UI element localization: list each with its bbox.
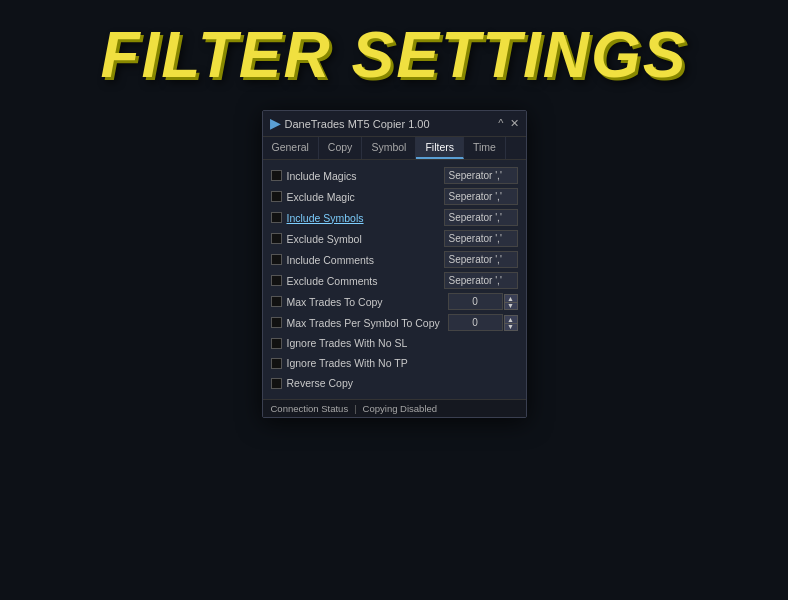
spinner-down-max-per-symbol[interactable]: ▼ — [504, 323, 518, 331]
tab-symbol[interactable]: Symbol — [362, 137, 416, 159]
input-include-symbols[interactable] — [444, 209, 518, 226]
input-max-trades-per-symbol[interactable] — [448, 314, 503, 331]
filter-row-exclude-magic: Exclude Magic — [271, 186, 518, 207]
label-include-symbols: Include Symbols — [287, 212, 364, 224]
checkbox-no-tp[interactable] — [271, 358, 282, 369]
checkbox-exclude-symbol[interactable] — [271, 233, 282, 244]
input-include-magics[interactable] — [444, 167, 518, 184]
filter-row-max-trades-per-symbol: Max Trades Per Symbol To Copy ▲ ▼ — [271, 312, 518, 333]
label-exclude-comments: Exclude Comments — [287, 275, 378, 287]
spinner-up-max-per-symbol[interactable]: ▲ — [504, 315, 518, 323]
label-no-sl: Ignore Trades With No SL — [287, 337, 408, 349]
nav-tabs: General Copy Symbol Filters Time — [263, 137, 526, 160]
label-no-tp: Ignore Trades With No TP — [287, 357, 408, 369]
filter-row-exclude-symbol: Exclude Symbol — [271, 228, 518, 249]
page-title: FILTER SETTINGS — [100, 18, 687, 92]
label-include-magics: Include Magics — [287, 170, 357, 182]
filter-row-include-magics: Include Magics — [271, 165, 518, 186]
app-window: ▶ DaneTrades MT5 Copier 1.00 ^ ✕ General… — [262, 110, 527, 418]
status-connection: Connection Status — [271, 403, 349, 414]
tab-general[interactable]: General — [263, 137, 319, 159]
input-max-trades[interactable] — [448, 293, 503, 310]
input-exclude-symbol[interactable] — [444, 230, 518, 247]
checkbox-exclude-magic[interactable] — [271, 191, 282, 202]
checkbox-include-symbols[interactable] — [271, 212, 282, 223]
title-bar: ▶ DaneTrades MT5 Copier 1.00 ^ ✕ — [263, 111, 526, 137]
tab-copy[interactable]: Copy — [319, 137, 363, 159]
filter-row-include-comments: Include Comments — [271, 249, 518, 270]
filter-row-no-tp: Ignore Trades With No TP — [271, 353, 518, 373]
filter-row-include-symbols: Include Symbols — [271, 207, 518, 228]
filter-content: Include Magics Exclude Magic Include Sym… — [263, 160, 526, 399]
input-exclude-magic[interactable] — [444, 188, 518, 205]
status-copying: Copying Disabled — [363, 403, 437, 414]
filter-row-reverse-copy: Reverse Copy — [271, 373, 518, 393]
label-max-trades: Max Trades To Copy — [287, 296, 383, 308]
checkbox-max-trades[interactable] — [271, 296, 282, 307]
filter-row-exclude-comments: Exclude Comments — [271, 270, 518, 291]
checkbox-max-trades-per-symbol[interactable] — [271, 317, 282, 328]
filter-row-max-trades: Max Trades To Copy ▲ ▼ — [271, 291, 518, 312]
tab-filters[interactable]: Filters — [416, 137, 464, 159]
filter-row-no-sl: Ignore Trades With No SL — [271, 333, 518, 353]
status-bar: Connection Status | Copying Disabled — [263, 399, 526, 417]
minimize-button[interactable]: ^ — [498, 118, 503, 129]
input-exclude-comments[interactable] — [444, 272, 518, 289]
title-bar-text: DaneTrades MT5 Copier 1.00 — [285, 118, 430, 130]
status-divider: | — [354, 403, 356, 414]
title-bar-icon: ▶ — [270, 116, 280, 131]
label-include-comments: Include Comments — [287, 254, 375, 266]
checkbox-include-magics[interactable] — [271, 170, 282, 181]
checkbox-reverse-copy[interactable] — [271, 378, 282, 389]
label-exclude-symbol: Exclude Symbol — [287, 233, 362, 245]
tab-time[interactable]: Time — [464, 137, 506, 159]
label-exclude-magic: Exclude Magic — [287, 191, 355, 203]
spinner-up-max-trades[interactable]: ▲ — [504, 294, 518, 302]
checkbox-no-sl[interactable] — [271, 338, 282, 349]
spinner-down-max-trades[interactable]: ▼ — [504, 302, 518, 310]
checkbox-include-comments[interactable] — [271, 254, 282, 265]
checkbox-exclude-comments[interactable] — [271, 275, 282, 286]
input-include-comments[interactable] — [444, 251, 518, 268]
close-button[interactable]: ✕ — [510, 118, 519, 129]
label-max-trades-per-symbol: Max Trades Per Symbol To Copy — [287, 317, 440, 329]
label-reverse-copy: Reverse Copy — [287, 377, 354, 389]
